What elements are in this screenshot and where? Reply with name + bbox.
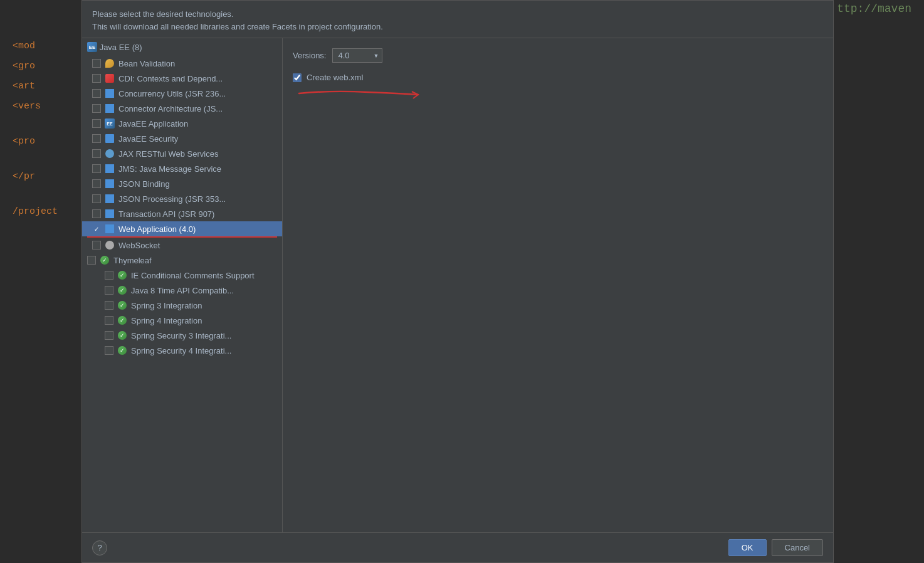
tree-item-bean-validation[interactable]: Bean Validation [82,56,282,71]
thymeleaf-label: Thymeleaf [113,256,152,265]
java8-time-icon: ✓ [117,285,127,295]
tree-item-cdi[interactable]: CDI: Contexts and Depend... [82,71,282,86]
create-xml-checkbox[interactable] [293,73,302,82]
create-xml-row: Create web.xml [293,73,823,82]
tree-item-connector[interactable]: Connector Architecture (JS... [82,101,282,116]
tree-item-java8-time[interactable]: ✓ Java 8 Time API Compatib... [82,283,282,298]
tree-item-javaee-security[interactable]: JavaEE Security [82,131,282,146]
jax-label: JAX RESTful Web Services [118,149,218,159]
tree-panel[interactable]: EE Java EE (8) Bean Validation CDI: Cont… [82,38,283,532]
checkbox-java8-time[interactable] [105,286,113,295]
tree-item-spring-security3[interactable]: ✓ Spring Security 3 Integrati... [82,328,282,343]
jms-icon [105,164,115,174]
footer-left: ? [92,540,107,555]
javaee-group-label: Java EE (8) [100,43,142,52]
url-text: ttp://maven [837,0,911,18]
tree-item-thymeleaf[interactable]: Thymeleaf [82,253,282,268]
checkbox-connector[interactable] [92,104,101,113]
tree-item-ie-conditional[interactable]: ✓ IE Conditional Comments Support [82,268,282,283]
spring3-label: Spring 3 Integration [131,301,202,310]
connector-label: Connector Architecture (JS... [118,104,223,113]
checkbox-spring-security4[interactable] [105,346,113,355]
bean-icon [105,58,115,68]
annotation-arrow-svg [293,87,449,112]
javaee-group-header[interactable]: EE Java EE (8) [82,38,282,56]
checkbox-spring3[interactable] [105,301,113,310]
dialog-description-line1: Please select the desired technologies. [92,8,823,21]
jms-label: JMS: Java Message Service [118,164,221,174]
ie-conditional-label: IE Conditional Comments Support [131,271,255,280]
tree-item-spring4[interactable]: ✓ Spring 4 Integration [82,313,282,328]
cdi-label: CDI: Contexts and Depend... [118,74,223,83]
tree-item-jms[interactable]: JMS: Java Message Service [82,161,282,176]
json-processing-label: JSON Processing (JSR 353... [118,194,226,204]
spring4-icon: ✓ [117,315,127,325]
checkbox-json-processing[interactable] [92,194,101,203]
checkbox-jms[interactable] [92,164,101,173]
versions-select-wrapper[interactable]: 4.0 3.1 3.0 2.5 [332,48,382,63]
tree-item-websocket[interactable]: WebSocket [82,238,282,253]
annotation-area [293,87,823,112]
tree-item-transaction[interactable]: Transaction API (JSR 907) [82,206,282,221]
spring-security3-label: Spring Security 3 Integrati... [131,331,231,340]
tree-item-spring-security4[interactable]: ✓ Spring Security 4 Integrati... [82,343,282,358]
dialog-header: Please select the desired technologies. … [82,1,833,38]
json-processing-icon [105,194,115,204]
spring-security4-label: Spring Security 4 Integrati... [131,346,231,355]
checkbox-transaction[interactable] [92,209,101,218]
checkbox-cdi[interactable] [92,74,101,83]
tree-item-concurrency[interactable]: Concurrency Utils (JSR 236... [82,86,282,101]
websocket-icon [105,240,115,250]
spring-security3-icon: ✓ [117,330,127,340]
tree-item-json-binding[interactable]: JSON Binding [82,176,282,191]
javaee-security-icon [105,134,115,144]
versions-label: Versions: [293,51,326,60]
webapp-icon [105,224,115,234]
checkbox-web-application[interactable] [92,224,101,233]
checkbox-spring-security3[interactable] [105,331,113,340]
footer-right: OK Cancel [728,539,823,556]
concurrency-icon [105,88,115,98]
checkbox-thymeleaf[interactable] [87,256,96,265]
cancel-button[interactable]: Cancel [772,539,823,556]
spring-security4-icon: ✓ [117,345,127,355]
versions-select[interactable]: 4.0 3.1 3.0 2.5 [332,48,382,63]
tree-item-jax[interactable]: JAX RESTful Web Services [82,146,282,161]
checkbox-spring4[interactable] [105,316,113,325]
checkbox-ie-conditional[interactable] [105,271,113,280]
cdi-icon [105,73,115,83]
checkbox-bean-validation[interactable] [92,59,101,68]
help-icon: ? [97,543,102,552]
help-button[interactable]: ? [92,540,107,555]
dialog-description-line2: This will download all needed libraries … [92,21,823,33]
javaee-group-icon: EE [87,42,97,52]
bean-validation-label: Bean Validation [118,59,175,68]
json-binding-label: JSON Binding [118,179,170,189]
transaction-label: Transaction API (JSR 907) [118,209,214,219]
versions-row: Versions: 4.0 3.1 3.0 2.5 [293,48,823,63]
tree-item-javaee-app[interactable]: EE JavaEE Application [82,116,282,131]
tree-item-spring3[interactable]: ✓ Spring 3 Integration [82,298,282,313]
tree-item-json-processing[interactable]: JSON Processing (JSR 353... [82,191,282,206]
checkbox-concurrency[interactable] [92,89,101,98]
transaction-icon [105,209,115,219]
spring3-icon: ✓ [117,300,127,310]
checkbox-jax[interactable] [92,149,101,158]
checkbox-websocket[interactable] [92,241,101,250]
javaee-app-label: JavaEE Application [118,119,188,129]
create-xml-label: Create web.xml [307,73,363,82]
right-panel: Versions: 4.0 3.1 3.0 2.5 Create web.xml [283,38,833,532]
ie-conditional-icon: ✓ [117,270,127,280]
concurrency-label: Concurrency Utils (JSR 236... [118,89,226,98]
checkbox-javaee-app[interactable] [92,119,101,128]
web-application-label: Web Application (4.0) [118,224,196,234]
ok-button[interactable]: OK [728,539,767,556]
dialog-body: EE Java EE (8) Bean Validation CDI: Cont… [82,38,833,532]
checkbox-javaee-security[interactable] [92,134,101,143]
json-binding-icon [105,179,115,189]
spring4-label: Spring 4 Integration [131,316,202,325]
thymeleaf-icon [100,255,110,265]
checkbox-json-binding[interactable] [92,179,101,188]
java8-time-label: Java 8 Time API Compatib... [131,286,234,295]
tree-item-web-application[interactable]: Web Application (4.0) [82,221,282,236]
